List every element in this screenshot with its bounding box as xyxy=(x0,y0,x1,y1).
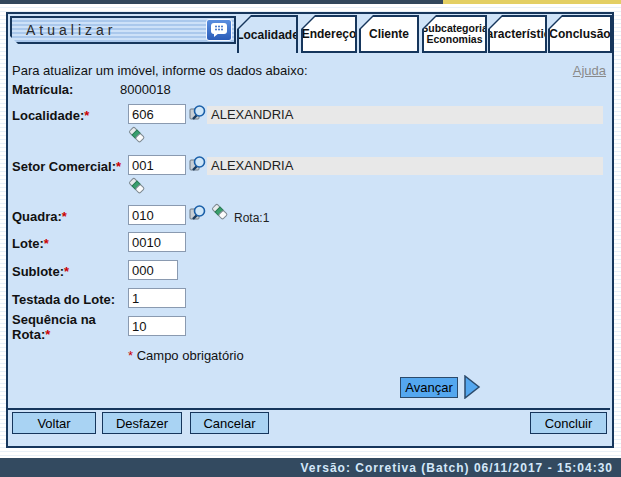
tab-endereco[interactable]: Endereço xyxy=(301,15,357,53)
required-asterisk: * xyxy=(116,159,121,174)
setor-label: Setor Comercial:* xyxy=(12,159,126,174)
localidade-eraser-icon[interactable] xyxy=(128,126,146,144)
localidade-label: Localidade:* xyxy=(12,108,126,123)
tab-subcategoria-label: Subcategoria Economias xyxy=(424,17,485,51)
setor-input[interactable] xyxy=(128,155,186,175)
voltar-button[interactable]: Voltar xyxy=(12,412,96,434)
sequencia-input[interactable] xyxy=(128,316,186,336)
intro-text: Para atualizar um imóvel, informe os dad… xyxy=(12,63,308,78)
setor-description: ALEXANDRIA xyxy=(207,157,603,175)
tab-conclusao-label: Conclusão xyxy=(550,17,610,51)
testada-label: Testada do Lote: xyxy=(12,292,126,307)
required-asterisk: * xyxy=(62,209,67,224)
lote-input[interactable] xyxy=(128,232,186,252)
required-asterisk: * xyxy=(128,348,133,363)
setor-eraser-icon[interactable] xyxy=(128,177,146,195)
tab-localidade[interactable]: Localidade xyxy=(237,15,298,53)
quadra-eraser-icon[interactable] xyxy=(211,203,229,221)
top-accent-bar xyxy=(0,0,621,4)
top-accent-gold xyxy=(443,0,621,4)
atualizar-panel: Atualizar Localidade Endereço Cliente Su… xyxy=(6,12,614,448)
cancelar-button[interactable]: Cancelar xyxy=(190,412,269,434)
lote-label: Lote:* xyxy=(12,236,126,251)
required-field-note: * Campo obrigatório xyxy=(128,348,244,363)
testada-input[interactable] xyxy=(128,288,186,308)
tab-localidade-label: Localidade xyxy=(239,17,296,53)
page-title: Atualizar xyxy=(12,22,206,38)
speech-bubble-icon[interactable] xyxy=(206,19,232,41)
quadra-search-icon[interactable] xyxy=(189,204,207,222)
localidade-input[interactable] xyxy=(128,104,186,124)
tab-caracteristica-label: Característica xyxy=(490,17,545,51)
avancar-button[interactable]: Avançar xyxy=(400,377,458,398)
desfazer-button[interactable]: Desfazer xyxy=(102,412,182,434)
sublote-input[interactable] xyxy=(128,260,178,280)
required-asterisk: * xyxy=(84,108,89,123)
version-text: Versão: Corretiva (Batch) 06/11/2017 - 1… xyxy=(301,461,621,475)
tab-endereco-label: Endereço xyxy=(303,17,355,51)
next-arrow-icon[interactable] xyxy=(464,375,481,403)
concluir-button[interactable]: Concluir xyxy=(530,412,607,434)
sequencia-label: Sequência na Rota:* xyxy=(12,312,126,342)
panel-title-bar: Atualizar xyxy=(10,16,236,44)
version-footer-bar: Versão: Corretiva (Batch) 06/11/2017 - 1… xyxy=(0,458,621,477)
tab-caracteristica[interactable]: Característica xyxy=(488,15,547,53)
help-link[interactable]: Ajuda xyxy=(573,63,606,78)
setor-search-icon[interactable] xyxy=(189,155,207,173)
tab-conclusao[interactable]: Conclusão xyxy=(548,15,612,53)
matricula-label: Matrícula: xyxy=(12,82,126,97)
localidade-search-icon[interactable] xyxy=(189,104,207,122)
tab-subcategoria-economias[interactable]: Subcategoria Economias xyxy=(422,15,487,53)
button-separator-line xyxy=(8,408,610,410)
matricula-value: 8000018 xyxy=(120,82,171,97)
sublote-label: Sublote:* xyxy=(12,264,126,279)
localidade-description: ALEXANDRIA xyxy=(207,106,603,124)
required-asterisk: * xyxy=(45,327,50,342)
quadra-input[interactable] xyxy=(128,205,186,225)
required-asterisk: * xyxy=(44,236,49,251)
quadra-label: Quadra:* xyxy=(12,209,126,224)
tab-cliente[interactable]: Cliente xyxy=(359,15,419,53)
rota-value: Rota:1 xyxy=(234,211,269,225)
required-asterisk: * xyxy=(64,264,69,279)
tab-cliente-label: Cliente xyxy=(361,17,417,51)
